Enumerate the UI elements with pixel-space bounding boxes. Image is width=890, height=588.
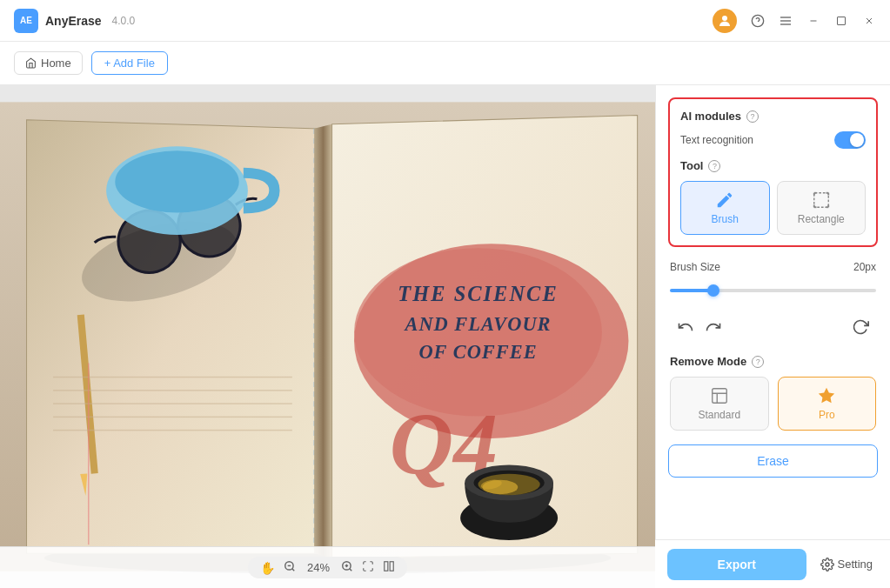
svg-line-42 — [292, 569, 295, 571]
svg-text:OF COFFEE: OF COFFEE — [418, 341, 537, 363]
remove-mode-title: Remove Mode — [670, 355, 746, 368]
minimize-button[interactable] — [806, 14, 820, 28]
main-content: THE SCIENCE AND FLAVOUR OF COFFEE Q4 ✋ — [0, 85, 890, 588]
brush-size-slider[interactable] — [670, 289, 876, 292]
brush-label: Brush — [712, 213, 739, 225]
setting-icon — [820, 558, 834, 571]
text-recognition-toggle[interactable] — [834, 131, 866, 149]
titlebar-right — [713, 9, 876, 33]
compare-button[interactable] — [383, 560, 395, 575]
svg-point-20 — [115, 150, 238, 212]
redo-icon — [705, 318, 722, 336]
image-area[interactable]: THE SCIENCE AND FLAVOUR OF COFFEE Q4 ✋ — [0, 85, 655, 588]
svg-point-0 — [722, 16, 727, 21]
tool-title: Tool — [680, 159, 703, 172]
remove-mode-buttons: Standard Pro — [670, 377, 876, 431]
zoom-controls: ✋ 24% — [248, 557, 407, 578]
zoom-level: 24% — [304, 561, 332, 574]
svg-text:AND FLAVOUR: AND FLAVOUR — [403, 313, 551, 335]
svg-rect-28 — [314, 129, 331, 553]
reset-button[interactable] — [847, 313, 874, 341]
standard-mode-label: Standard — [698, 409, 740, 421]
tool-help-icon[interactable]: ? — [708, 160, 720, 172]
titlebar: AE AnyErase 4.0.0 — [0, 0, 890, 42]
remove-mode-header: Remove Mode ? — [670, 355, 876, 368]
ai-modules-help-icon[interactable]: ? — [746, 110, 759, 123]
standard-mode-icon — [710, 386, 729, 405]
rectangle-label: Rectangle — [798, 213, 845, 225]
pan-button[interactable]: ✋ — [260, 561, 275, 575]
svg-point-40 — [483, 480, 519, 494]
home-button[interactable]: Home — [14, 51, 83, 75]
rectangle-tool-button[interactable]: Rectangle — [777, 181, 867, 235]
right-panel: AI modules ? Text recognition Tool ? — [655, 85, 890, 588]
brush-size-value: 20px — [853, 261, 876, 273]
user-avatar[interactable] — [713, 9, 737, 33]
help-button[interactable] — [751, 14, 765, 28]
app-logo: AE — [14, 9, 38, 33]
pro-mode-label: Pro — [819, 409, 835, 421]
home-icon — [25, 57, 37, 69]
export-button[interactable]: Export — [667, 549, 806, 580]
image-canvas: THE SCIENCE AND FLAVOUR OF COFFEE Q4 — [0, 85, 655, 588]
image-bottom-bar: ✋ 24% — [0, 546, 655, 588]
brush-size-label: Brush Size — [670, 261, 720, 273]
brush-size-section: Brush Size 20px — [668, 261, 878, 299]
ai-modules-title: AI modules — [680, 110, 741, 123]
tool-buttons: Brush Rectangle — [680, 181, 866, 235]
svg-text:THE SCIENCE: THE SCIENCE — [398, 282, 558, 305]
standard-mode-button[interactable]: Standard — [670, 377, 769, 431]
svg-rect-50 — [814, 193, 829, 208]
erase-button[interactable]: Erase — [668, 444, 878, 478]
brush-size-row: Brush Size 20px — [670, 261, 876, 273]
rectangle-icon — [812, 190, 831, 210]
svg-point-61 — [826, 563, 829, 566]
add-file-button[interactable]: + Add File — [91, 51, 168, 75]
undo-button[interactable] — [672, 313, 699, 341]
undo-icon — [677, 318, 694, 336]
remove-mode-help-icon[interactable]: ? — [752, 356, 764, 368]
pro-mode-button[interactable]: Pro — [778, 377, 877, 431]
toolbar: Home + Add File — [0, 42, 890, 85]
zoom-out-button[interactable] — [284, 560, 296, 575]
action-buttons-row — [668, 313, 878, 341]
titlebar-left: AE AnyErase 4.0.0 — [14, 9, 135, 33]
ai-modules-section: AI modules ? Text recognition Tool ? — [668, 97, 878, 247]
remove-mode-section: Remove Mode ? Standard Pro — [668, 355, 878, 431]
svg-marker-60 — [819, 388, 834, 403]
text-recognition-label: Text recognition — [680, 134, 753, 146]
svg-line-45 — [350, 569, 352, 571]
close-button[interactable] — [862, 14, 876, 28]
menu-button[interactable] — [779, 14, 793, 28]
svg-rect-49 — [390, 562, 393, 571]
maximize-button[interactable] — [834, 14, 848, 28]
app-version: 4.0.0 — [112, 15, 136, 27]
text-recognition-row: Text recognition — [680, 131, 866, 149]
fit-button[interactable] — [362, 560, 374, 575]
ai-modules-header: AI modules ? — [680, 110, 866, 123]
reset-icon — [852, 318, 869, 336]
app-name: AnyErase — [45, 14, 102, 28]
svg-rect-59 — [713, 389, 727, 404]
svg-rect-7 — [838, 17, 846, 24]
brush-icon — [715, 190, 734, 210]
pro-mode-icon — [817, 386, 836, 405]
setting-label: Setting — [838, 558, 873, 571]
setting-button[interactable]: Setting — [815, 551, 878, 578]
zoom-in-button[interactable] — [341, 560, 353, 575]
brush-tool-button[interactable]: Brush — [680, 181, 770, 235]
svg-rect-48 — [385, 562, 388, 571]
redo-button[interactable] — [699, 313, 727, 341]
bottom-bar: Export Setting — [655, 539, 890, 588]
tool-header: Tool ? — [680, 159, 866, 172]
